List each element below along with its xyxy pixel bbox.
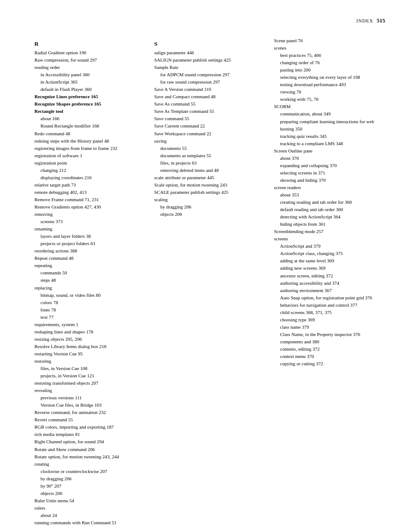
list-item: Save command 55 (154, 115, 265, 122)
list-item: projects, in Version Cue 121 (34, 372, 146, 380)
list-item: Recognize Shapes preference 165 (34, 100, 146, 108)
list-item: Remove Frame command 71, 231 (34, 196, 146, 203)
list-item: class name 379 (274, 324, 385, 331)
list-item: removing deleted items and 48 (154, 167, 265, 174)
list-item: SALIGN parameter publish settings 425 (154, 56, 265, 64)
list-item: Rotate and Skew command 206 (34, 446, 146, 453)
list-item: showing and hiding 370 (274, 177, 385, 184)
list-item: Save As Template command 55 (154, 108, 265, 115)
list-item: context menu 370 (274, 353, 385, 360)
list-item: about 166 (34, 115, 146, 122)
list-item: files, in Version Cue 108 (34, 365, 146, 372)
list-item: copying or cutting 372 (274, 360, 385, 367)
list-item: contents, editing 372 (274, 345, 385, 353)
list-item: Save Current command 22 (154, 122, 265, 130)
list-item: redoing steps with the History panel 48 (34, 137, 146, 145)
list-item: Scene panel 76 (274, 37, 385, 44)
list-item: Sample Rate (154, 64, 265, 71)
list-item: documents 55 (154, 145, 265, 152)
list-item: best practices 75, 466 (274, 52, 385, 59)
list-item: Screenblending mode 257 (274, 228, 385, 235)
list-item: rich media templates 81 (34, 431, 146, 438)
list-item: ancestor screen, editing 372 (274, 272, 385, 280)
list-item: previous versions 111 (34, 394, 146, 401)
list-item: Screen Outline pane (274, 147, 385, 155)
list-item: about 353 (274, 191, 385, 199)
list-item: restarting Version Cue 95 (34, 350, 146, 358)
list-item: screens 373 (34, 218, 146, 225)
list-item: Radial Gradient option 190 (34, 49, 146, 56)
list-item: selecting screens in 371 (274, 169, 385, 177)
content-columns: R Radial Gradient option 190Raw compress… (34, 37, 385, 526)
list-item: layers and layer folders 38 (34, 233, 146, 240)
list-item: ActionScript and 379 (274, 243, 385, 250)
list-item: changing 212 (34, 167, 146, 174)
list-item: reshaping lines and shapes 178 (34, 328, 146, 336)
list-item: salign parameter 446 (154, 49, 265, 56)
list-item: scenes (274, 44, 385, 52)
list-item: communication, about 349 (274, 110, 385, 118)
list-item: steps 48 (34, 277, 146, 284)
list-item: bitmap, sound, or video files 80 (34, 292, 146, 299)
column-2: S salign parameter 446SALIGN parameter p… (154, 37, 274, 526)
list-item: rotating (34, 460, 146, 468)
column-3: Scene panel 76scenesbest practices 75, 4… (274, 37, 385, 526)
list-item: Scale option, for motion tweening 243 (154, 181, 265, 189)
page: INDEX 515 R Radial Gradient option 190Ra… (0, 0, 411, 532)
list-item: projects or project folders 63 (34, 240, 146, 247)
list-item: selecting everything on every layer of 1… (274, 74, 385, 81)
index-label: INDEX (356, 18, 373, 23)
section-letter-r: R (34, 40, 146, 47)
list-item: replacing (34, 284, 146, 292)
list-item: removing (34, 211, 146, 218)
list-item: default in Flash Player 360 (34, 86, 146, 93)
list-item: Raw compression, for sound 297 (34, 56, 146, 64)
list-item: authoring environment 367 (274, 287, 385, 294)
list-item: Save Workspace command 22 (154, 130, 265, 137)
list-item: hiding objects from 361 (274, 221, 385, 228)
list-item: expanding and collapsing 370 (274, 162, 385, 169)
list-item: Save A Version command 110 (154, 86, 265, 93)
list-item: pasting into 200 (274, 66, 385, 74)
list-item: requirements, system 1 (34, 321, 146, 328)
list-item: working with 75, 76 (274, 96, 385, 103)
list-item: text 77 (34, 314, 146, 321)
list-item: Save As command 55 (154, 100, 265, 108)
list-item: commands 50 (34, 269, 146, 277)
list-item: choosing type 369 (274, 316, 385, 324)
list-item: screen readers (274, 184, 385, 191)
list-item: tracking to a compliant LMS 348 (274, 140, 385, 147)
list-item: objects 206 (34, 490, 146, 497)
list-item: Reverse command, for animation 232 (34, 409, 146, 416)
list-item: objects 206 (154, 211, 265, 218)
list-item: registration point (34, 159, 146, 167)
list-item: behaviors for navigation and control 377 (274, 302, 385, 309)
list-item: preparing compliant learning interaction… (274, 118, 385, 133)
list-item: repeating (34, 262, 146, 269)
list-item: revealing (34, 387, 146, 394)
column-1: R Radial Gradient option 190Raw compress… (34, 37, 154, 526)
page-header: INDEX 515 (34, 17, 385, 24)
list-item: child screens 368, 371, 375 (274, 309, 385, 316)
list-item: remote debugging 402, 413 (34, 189, 146, 196)
page-number: 515 (377, 17, 386, 24)
col2-entries: salign parameter 446SALIGN parameter pub… (154, 49, 265, 218)
list-item: Redo command 48 (34, 130, 146, 137)
list-item: Ruler Units menu 54 (34, 497, 146, 504)
list-item: Right Channel option, for sound 294 (34, 438, 146, 445)
list-item: by dragging 206 (154, 203, 265, 211)
list-item: Repeat command 48 (34, 255, 146, 262)
list-item: resizing objects 205, 206 (34, 336, 146, 343)
list-item: screens (274, 235, 385, 243)
list-item: colors 78 (34, 299, 146, 306)
list-item: scaling (154, 196, 265, 203)
list-item: saving (154, 137, 265, 145)
section-letter-s: S (154, 40, 265, 47)
list-item: components and 380 (274, 338, 385, 345)
list-item: Remove Gradients option 427, 430 (34, 203, 146, 211)
list-item: creating reading and tab order for 360 (274, 199, 385, 206)
list-item: scale attribute or parameter 445 (154, 174, 265, 181)
list-item: registration of software 1 (34, 152, 146, 159)
list-item: reordering actions 388 (34, 247, 146, 255)
list-item: for ADPCM sound compression 297 (154, 71, 265, 78)
